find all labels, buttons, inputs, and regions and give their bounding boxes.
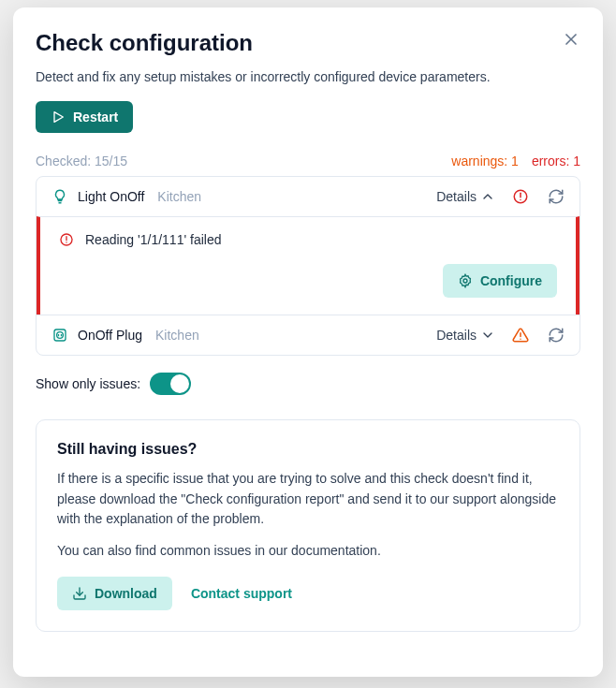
device-location: Kitchen — [155, 328, 199, 343]
svg-marker-2 — [54, 112, 63, 123]
filter-label: Show only issues: — [36, 376, 140, 391]
svg-point-11 — [57, 332, 64, 339]
help-card: Still having issues? If there is a speci… — [36, 419, 580, 632]
details-toggle[interactable]: Details — [436, 328, 495, 343]
device-detail-panel: Reading '1/1/111' failed Configure — [37, 216, 579, 315]
device-row: OnOff Plug Kitchen Details — [37, 315, 579, 355]
warnings-count: warnings: 1 — [451, 154, 519, 168]
device-list: Light OnOff Kitchen Details Reading '1/1… — [36, 176, 580, 356]
lightbulb-icon — [51, 188, 68, 205]
contact-support-link[interactable]: Contact support — [191, 586, 292, 601]
close-icon — [562, 30, 580, 49]
help-body-1: If there is a specific issue that you ar… — [57, 469, 559, 530]
modal-title: Check configuration — [36, 30, 253, 56]
check-configuration-modal: Check configuration Detect and fix any s… — [13, 7, 603, 677]
errors-count: errors: 1 — [532, 154, 580, 168]
device-row: Light OnOff Kitchen Details — [37, 177, 579, 216]
error-status-icon — [512, 188, 529, 205]
refresh-button[interactable] — [548, 188, 565, 205]
error-icon — [59, 232, 74, 247]
svg-rect-10 — [54, 329, 66, 341]
play-icon — [51, 110, 66, 124]
configure-button[interactable]: Configure — [443, 264, 557, 298]
refresh-icon — [548, 327, 565, 344]
plug-icon — [51, 327, 68, 344]
gear-icon — [458, 273, 473, 288]
download-label: Download — [95, 586, 157, 601]
show-only-issues-toggle[interactable] — [150, 373, 191, 395]
device-name: Light OnOff — [78, 189, 144, 204]
chevron-down-icon — [480, 328, 495, 343]
modal-subtitle: Detect and fix any setup mistakes or inc… — [36, 69, 580, 84]
chevron-up-icon — [480, 189, 495, 204]
close-button[interactable] — [558, 26, 584, 52]
download-button[interactable]: Download — [57, 577, 172, 610]
details-label: Details — [436, 189, 477, 204]
restart-button[interactable]: Restart — [36, 101, 133, 133]
warning-status-icon — [512, 327, 529, 344]
configure-label: Configure — [480, 273, 542, 288]
status-row: Checked: 15/15 warnings: 1 errors: 1 — [36, 154, 580, 168]
details-label: Details — [436, 328, 477, 343]
device-name: OnOff Plug — [78, 328, 142, 343]
details-toggle[interactable]: Details — [436, 189, 495, 204]
svg-point-9 — [463, 279, 467, 283]
restart-label: Restart — [73, 110, 118, 124]
device-location: Kitchen — [157, 189, 201, 204]
help-title: Still having issues? — [57, 441, 559, 458]
checked-count: Checked: 15/15 — [36, 154, 127, 168]
error-message: Reading '1/1/111' failed — [85, 232, 221, 247]
download-icon — [72, 586, 87, 601]
refresh-button[interactable] — [548, 327, 565, 344]
refresh-icon — [548, 188, 565, 205]
help-body-2: You can also find common issues in our d… — [57, 541, 559, 562]
